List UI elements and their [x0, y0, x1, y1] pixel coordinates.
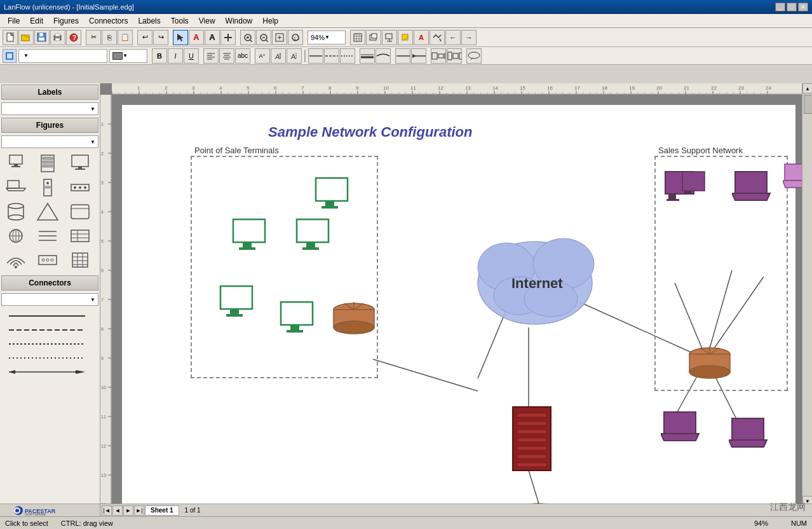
arrow-start-btn[interactable] [395, 48, 410, 64]
close-button[interactable]: ✕ [798, 3, 808, 11]
text-slant2-button[interactable]: A [287, 48, 302, 64]
menu-file[interactable]: File [3, 15, 25, 27]
tb-extra3[interactable] [398, 30, 413, 45]
connector-style-btn[interactable] [376, 48, 391, 64]
select-tool-button[interactable] [173, 30, 188, 45]
grid-button[interactable] [350, 30, 365, 45]
figure-tower[interactable] [34, 176, 61, 199]
figure-workstation[interactable] [3, 152, 29, 175]
cut-button[interactable]: ✂ [86, 30, 101, 45]
open-button[interactable] [18, 30, 34, 45]
connector-dashed1[interactable] [3, 324, 97, 336]
paste-button[interactable]: 📋 [118, 30, 133, 45]
text-above-button[interactable]: A⁺ [255, 48, 270, 64]
figure-cylinder[interactable] [3, 200, 29, 223]
line-style-btn2[interactable] [324, 48, 339, 64]
tb-extra4[interactable]: A [414, 30, 429, 45]
figure-server-rack[interactable] [34, 152, 61, 175]
align-center-button[interactable] [219, 48, 234, 64]
figure-wireless[interactable] [3, 249, 29, 271]
line-thickness-btn[interactable] [360, 48, 375, 64]
text-tool-a-button[interactable]: A [189, 30, 204, 45]
connector-dotted[interactable] [3, 352, 97, 364]
labels-dropdown[interactable]: ▼ [1, 102, 98, 115]
arrow-end-btn[interactable] [411, 48, 426, 64]
color-dropdown[interactable]: ▼ [109, 49, 147, 63]
save-button[interactable] [34, 30, 50, 45]
menu-window[interactable]: Window [220, 15, 258, 27]
text-tool-b-button[interactable]: A [205, 30, 220, 45]
vertical-scrollbar[interactable]: ▲ ▼ [802, 83, 812, 506]
sheet-tab-1[interactable]: Sheet 1 [145, 505, 179, 516]
style-dropdown[interactable]: ▼ [18, 49, 107, 63]
align-extra-btn1[interactable] [431, 48, 446, 64]
connector-arrow[interactable] [3, 366, 97, 378]
figure-generic3[interactable] [67, 224, 93, 247]
diagram-canvas[interactable]: Sample Network Configuration Point of Sa… [122, 105, 795, 516]
tb-extra7[interactable]: → [461, 30, 477, 45]
zoom-in-button[interactable] [240, 30, 255, 45]
connector-solid[interactable] [3, 310, 97, 322]
menu-tools[interactable]: Tools [166, 15, 194, 27]
menu-edit[interactable]: Edit [25, 15, 48, 27]
menu-view[interactable]: View [194, 15, 220, 27]
figure-switch[interactable] [67, 176, 93, 199]
italic-button[interactable]: I [168, 48, 183, 64]
zoom-dropdown[interactable]: 94% ▼ [308, 31, 346, 45]
figure-router[interactable] [3, 224, 29, 247]
tab-last-btn[interactable]: ►| [134, 505, 144, 516]
menu-labels[interactable]: Labels [133, 15, 165, 27]
minimize-button[interactable]: _ [775, 3, 785, 11]
zoom-fit-button[interactable] [272, 30, 287, 45]
text-slant1-button[interactable]: A [271, 48, 286, 64]
vscroll-thumb[interactable] [804, 95, 812, 114]
svg-rect-338 [735, 172, 767, 193]
figure-generic1[interactable] [34, 200, 61, 223]
print-button[interactable] [50, 30, 65, 45]
font-abc-button[interactable]: abc [235, 48, 250, 64]
bold-button[interactable]: B [152, 48, 167, 64]
zoom-out-button[interactable] [256, 30, 271, 45]
figure-laptop[interactable] [3, 176, 29, 199]
figures-header[interactable]: Figures [1, 118, 98, 133]
figure-generic4[interactable] [67, 249, 93, 271]
undo-button[interactable]: ↩ [137, 30, 152, 45]
maximize-button[interactable]: □ [787, 3, 797, 11]
figure-lines[interactable] [34, 224, 61, 247]
zoom-actual-button[interactable]: 1:1 [288, 30, 303, 45]
align-left-button[interactable] [203, 48, 219, 64]
align-extra-btn2[interactable] [447, 48, 462, 64]
connectors-dropdown[interactable]: ▼ [1, 293, 98, 306]
tb-extra2[interactable] [382, 30, 397, 45]
bubble-btn[interactable] [466, 48, 482, 64]
underline-button[interactable]: U [184, 48, 199, 64]
connector-dashed2[interactable] [3, 338, 97, 350]
redo-button[interactable]: ↪ [153, 30, 168, 45]
format-style-toggle[interactable] [3, 49, 17, 63]
figure-generic2[interactable] [67, 200, 93, 223]
tb-extra6[interactable]: ← [445, 30, 461, 45]
tb-extra1[interactable] [366, 30, 381, 45]
labels-header[interactable]: Labels [1, 85, 98, 100]
copy-button[interactable]: ⎘ [102, 30, 117, 45]
figure-patch-panel[interactable] [34, 249, 61, 271]
add-point-button[interactable] [220, 30, 236, 45]
line-style-btn1[interactable] [308, 48, 323, 64]
new-button[interactable] [3, 30, 18, 45]
tab-prev-btn[interactable]: ◄ [112, 505, 123, 516]
vscroll-up-btn[interactable]: ▲ [802, 83, 812, 93]
canvas-scroll[interactable]: Sample Network Configuration Point of Sa… [112, 95, 812, 516]
connectors-header[interactable]: Connectors [1, 275, 98, 291]
tb-extra5[interactable] [430, 30, 445, 45]
figure-monitor2[interactable] [67, 152, 93, 175]
figures-dropdown[interactable]: ▼ [1, 135, 98, 148]
title-bar-buttons[interactable]: _ □ ✕ [775, 3, 808, 11]
menu-figures[interactable]: Figures [48, 15, 84, 27]
canvas-area[interactable]: /* ruler ticks injected via JS below */ … [100, 83, 812, 516]
tab-first-btn[interactable]: |◄ [102, 505, 112, 516]
menu-connectors[interactable]: Connectors [84, 15, 133, 27]
help-button[interactable]: ? [66, 30, 81, 45]
tab-next-btn[interactable]: ► [123, 505, 133, 516]
menu-help[interactable]: Help [257, 15, 283, 27]
line-style-btn3[interactable] [340, 48, 355, 64]
